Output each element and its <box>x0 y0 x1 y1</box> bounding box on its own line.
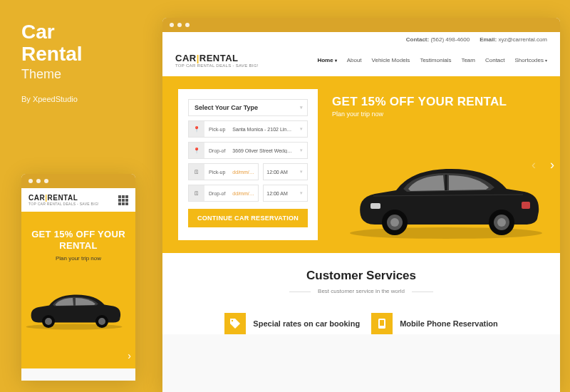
dropoff-date-field[interactable]: 🗓 Drop-of dd/mm/yyyy <box>188 185 259 202</box>
svg-point-9 <box>497 218 506 227</box>
calendar-icon: 🗓 <box>189 164 204 180</box>
theme-label: Theme <box>21 67 83 82</box>
mobile-preview: CAR|RENTAL TOP CAR RENTAL DEALS - SAVE B… <box>21 174 135 381</box>
svg-rect-3 <box>522 202 530 209</box>
services-section: Customer Services Best customer service … <box>162 253 560 334</box>
services-heading: Customer Services <box>177 269 546 283</box>
contact-email: Email: xyz@carrental.com <box>480 36 547 43</box>
chevron-down-icon: ▾ <box>296 126 307 132</box>
dropoff-time-field[interactable]: 12:00 AM▾ <box>263 185 308 202</box>
service-label: Special rates on car booking <box>253 319 360 328</box>
hero-headline: GET 15% OFF YOUR RENTAL <box>28 229 128 251</box>
nav-vehicle-models[interactable]: Vehicle Models <box>372 57 410 63</box>
svg-rect-2 <box>370 203 380 209</box>
chevron-down-icon: ▾ <box>296 169 307 175</box>
svg-point-6 <box>390 218 399 227</box>
contact-phone: Contact: (562) 498-4600 <box>406 36 470 43</box>
theme-name: CarRental <box>21 21 83 66</box>
tagline: TOP CAR RENTAL DEALS - SAVE BIG! <box>175 63 259 68</box>
logo[interactable]: CAR|RENTAL TOP CAR RENTAL DEALS - SAVE B… <box>28 194 99 206</box>
continue-reservation-button[interactable]: CONTINUE CAR RESERVATION <box>188 209 308 227</box>
chevron-down-icon: ▾ <box>545 58 547 63</box>
top-contact-bar: Contact: (562) 498-4600 Email: xyz@carre… <box>162 32 560 47</box>
tag-icon <box>224 313 246 334</box>
car-image <box>21 283 128 331</box>
logo[interactable]: CAR|RENTAL TOP CAR RENTAL DEALS - SAVE B… <box>175 53 259 68</box>
chevron-down-icon: ▾ <box>296 105 307 110</box>
nav-testimonials[interactable]: Testimonials <box>420 57 451 63</box>
theme-byline: By XpeedStudio <box>21 95 83 103</box>
mobile-hero: GET 15% OFF YOUR RENTAL Plan your trip n… <box>21 212 135 368</box>
svg-rect-12 <box>380 320 384 326</box>
carousel-next-button[interactable]: › <box>128 350 131 361</box>
menu-grid-icon[interactable] <box>118 195 128 205</box>
browser-chrome <box>21 174 135 188</box>
carousel-next-button[interactable]: › <box>550 158 554 172</box>
chevron-down-icon: ▾ <box>335 58 337 63</box>
carousel-prev-button[interactable]: ‹ <box>532 158 536 172</box>
service-phone-reservation: Mobile Phone Reservation <box>371 313 498 334</box>
pickup-date-field[interactable]: 🗓 Pick-up dd/mm/yyyy <box>188 163 259 180</box>
pin-icon: 📍 <box>189 143 204 158</box>
dropoff-location-field[interactable]: 📍 Drop-of 3669 Oliver Street Wedgwood Te… <box>188 142 308 159</box>
calendar-icon: 🗓 <box>189 185 204 201</box>
services-subtext: Best customer service in the world <box>311 288 412 294</box>
browser-chrome <box>162 18 560 32</box>
nav-team[interactable]: Team <box>461 57 475 63</box>
phone-icon <box>371 313 393 334</box>
hero-headline: GET 15% OFF YOUR RENTAL <box>332 95 507 109</box>
svg-point-10 <box>232 320 233 321</box>
nav-contact[interactable]: Contact <box>485 57 505 63</box>
site-header: CAR|RENTAL TOP CAR RENTAL DEALS - SAVE B… <box>162 47 560 76</box>
mobile-header: CAR|RENTAL TOP CAR RENTAL DEALS - SAVE B… <box>21 188 135 212</box>
chevron-down-icon: ▾ <box>296 148 307 153</box>
desktop-preview: Contact: (562) 498-4600 Email: xyz@carre… <box>162 18 560 392</box>
main-nav: Home▾ About Vehicle Models Testimonials … <box>317 57 547 63</box>
hero-section: Select Your Car Type▾ 📍 Pick-up Santa Mo… <box>162 76 560 253</box>
svg-point-17 <box>98 318 105 325</box>
hero-text: GET 15% OFF YOUR RENTAL Plan your trip n… <box>28 223 128 262</box>
pickup-location-field[interactable]: 📍 Pick-up Santa Monica - 2102 Lincoln Bl… <box>188 120 308 138</box>
car-image <box>339 148 553 240</box>
svg-point-15 <box>45 318 52 325</box>
car-type-select[interactable]: Select Your Car Type▾ <box>188 99 308 116</box>
pin-icon: 📍 <box>189 121 204 137</box>
tagline: TOP CAR RENTAL DEALS - SAVE BIG! <box>28 202 99 206</box>
svg-point-13 <box>26 324 123 330</box>
nav-home[interactable]: Home▾ <box>317 57 336 63</box>
service-label: Mobile Phone Reservation <box>400 319 498 328</box>
pickup-time-field[interactable]: 12:00 AM▾ <box>263 163 308 180</box>
theme-title-block: CarRental Theme By XpeedStudio <box>21 21 83 103</box>
hero-subtext: Plan your trip now <box>332 110 507 118</box>
booking-form: Select Your Car Type▾ 📍 Pick-up Santa Mo… <box>178 89 318 240</box>
nav-about[interactable]: About <box>347 57 362 63</box>
svg-point-0 <box>350 227 542 239</box>
nav-shortcodes[interactable]: Shortcodes▾ <box>515 57 547 63</box>
chevron-down-icon: ▾ <box>296 190 307 196</box>
service-special-rates: Special rates on car booking <box>224 313 360 334</box>
hero-subtext: Plan your trip now <box>28 255 128 262</box>
